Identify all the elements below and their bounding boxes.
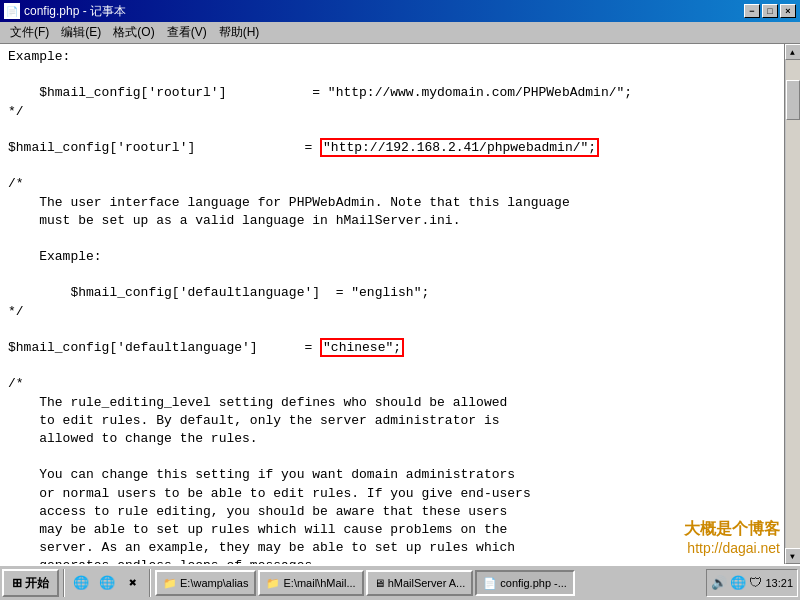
editor-container: Example: $hmail_config['rooturl'] = "htt… — [0, 44, 800, 564]
watermark-line2: http://dagai.net — [684, 540, 780, 556]
scroll-down-arrow[interactable]: ▼ — [785, 548, 801, 564]
taskbar-btn-mail-icon: 📁 — [266, 577, 280, 590]
start-button[interactable]: ⊞ 开始 — [2, 569, 59, 597]
maximize-button[interactable]: □ — [762, 4, 778, 18]
minimize-button[interactable]: − — [744, 4, 760, 18]
menu-bar: 文件(F) 编辑(E) 格式(O) 查看(V) 帮助(H) — [0, 22, 800, 44]
menu-file[interactable]: 文件(F) — [4, 22, 55, 43]
scroll-thumb[interactable] — [786, 80, 800, 120]
start-icon: ⊞ — [12, 576, 22, 590]
tray-time: 13:21 — [765, 577, 793, 589]
tray-icon2: 🌐 — [730, 575, 746, 591]
taskbar-btn-config[interactable]: 📄 config.php -... — [475, 570, 575, 596]
title-bar-left: 📄 config.php - 记事本 — [4, 3, 126, 20]
rooturl-value: "http://192.168.2.41/phpwebadmin/"; — [320, 138, 599, 157]
taskbar-separator — [63, 569, 65, 597]
taskbar-ie2-icon[interactable]: 🌐 — [95, 571, 119, 595]
start-label: 开始 — [25, 575, 49, 592]
taskbar: ⊞ 开始 🌐 🌐 ✖ 📁 E:\wamp\alias 📁 E:\mail\hMa… — [0, 564, 800, 600]
app-icon: 📄 — [4, 3, 20, 19]
taskbar-btn-mail-label: E:\mail\hMail... — [283, 577, 355, 589]
taskbar-btn-hmail-label: hMailServer A... — [388, 577, 466, 589]
taskbar-btn-wamp[interactable]: 📁 E:\wamp\alias — [155, 570, 256, 596]
title-bar-buttons: − □ × — [744, 4, 796, 18]
watermark-line1: 大概是个博客 — [684, 519, 780, 540]
window-title: config.php - 记事本 — [24, 3, 126, 20]
taskbar-btn-config-icon: 📄 — [483, 577, 497, 590]
title-bar: 📄 config.php - 记事本 − □ × — [0, 0, 800, 22]
tray-icon3: 🛡 — [749, 576, 762, 591]
taskbar-btn-hmail[interactable]: 🖥 hMailServer A... — [366, 570, 474, 596]
taskbar-arrow-icon[interactable]: ✖ — [121, 571, 145, 595]
watermark: 大概是个博客 http://dagai.net — [684, 519, 780, 556]
taskbar-tray: 🔊 🌐 🛡 13:21 — [706, 569, 798, 597]
tray-icon1: 🔊 — [711, 575, 727, 591]
editor-content[interactable]: Example: $hmail_config['rooturl'] = "htt… — [0, 44, 784, 564]
close-button[interactable]: × — [780, 4, 796, 18]
taskbar-btn-wamp-label: E:\wamp\alias — [180, 577, 248, 589]
taskbar-ie-icon[interactable]: 🌐 — [69, 571, 93, 595]
menu-format[interactable]: 格式(O) — [107, 22, 160, 43]
scrollbar-vertical[interactable]: ▲ ▼ — [784, 44, 800, 564]
scroll-track[interactable] — [786, 60, 800, 548]
scroll-up-arrow[interactable]: ▲ — [785, 44, 801, 60]
defaultlanguage-value: "chinese"; — [320, 338, 404, 357]
taskbar-btn-mail[interactable]: 📁 E:\mail\hMail... — [258, 570, 363, 596]
line-example1: Example: $hmail_config['rooturl'] = "htt… — [8, 49, 632, 564]
taskbar-btn-config-label: config.php -... — [500, 577, 567, 589]
taskbar-btn-hmail-icon: 🖥 — [374, 577, 385, 589]
taskbar-separator2 — [149, 569, 151, 597]
menu-edit[interactable]: 编辑(E) — [55, 22, 107, 43]
menu-help[interactable]: 帮助(H) — [213, 22, 266, 43]
taskbar-btn-wamp-icon: 📁 — [163, 577, 177, 590]
menu-view[interactable]: 查看(V) — [161, 22, 213, 43]
